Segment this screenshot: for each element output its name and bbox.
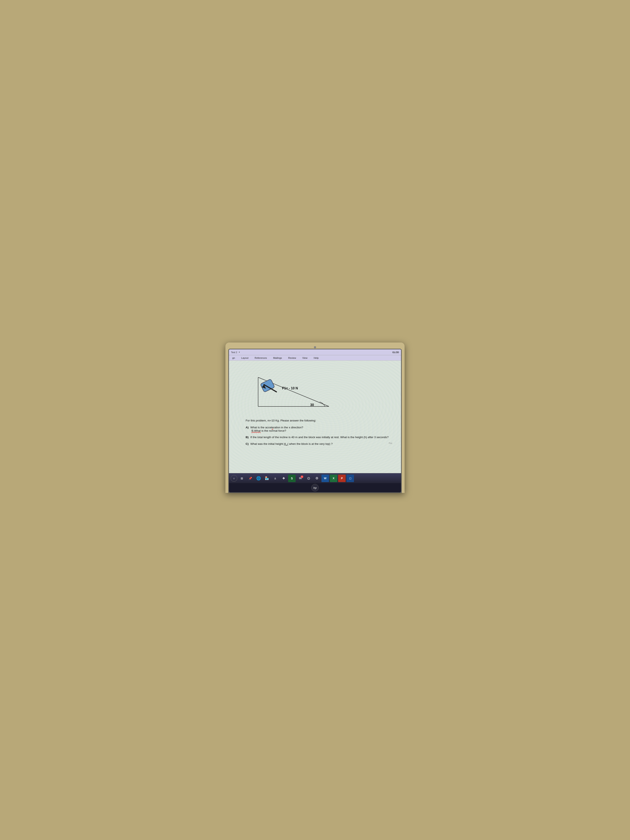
question-b-text: If the total length of the incline is 40…: [250, 436, 388, 439]
ppt-icon: P: [341, 477, 343, 480]
question-c-block: C) What was the initial height H_( when …: [246, 442, 395, 445]
font-button[interactable]: a: [272, 475, 279, 482]
title-bar: Test 2 ▾ GLOD: [229, 349, 401, 355]
chrome-button[interactable]: ⊙: [305, 475, 312, 482]
camera-dot: [314, 346, 316, 348]
taskbar: ○ ⊞ 📌 🌐 🏪 a ❖: [229, 473, 401, 483]
question-c-label: C): [246, 442, 248, 445]
svg-text:30: 30: [310, 403, 314, 407]
laptop-screen: Test 2 ▾ GLOD gn Layout References Maili…: [228, 349, 402, 493]
question-intro: For this problem, m=10 Kg. Please answer…: [246, 419, 395, 422]
pin-button[interactable]: 📌: [246, 475, 254, 482]
unknown-icon: ◻: [349, 477, 352, 480]
s-icon-button[interactable]: S: [288, 475, 295, 482]
mail-badge: 9: [301, 475, 303, 478]
doc-note: Foc: [389, 442, 392, 444]
unknown-button[interactable]: ◻: [346, 475, 354, 482]
question-a-text: What is the acceleration in the x direct…: [250, 426, 303, 429]
diagram-svg: F1= - 10 N 30: [246, 365, 333, 415]
chrome-icon: ⊙: [307, 476, 310, 481]
question-a-label: A): [246, 426, 248, 429]
ribbon-item-help[interactable]: Help: [313, 356, 320, 360]
ppt-button[interactable]: P: [338, 475, 346, 482]
settings-button[interactable]: ⚙: [313, 475, 321, 482]
ribbon-item-layout[interactable]: Layout: [240, 356, 249, 360]
taskview-button[interactable]: ⊞: [238, 475, 246, 482]
question-b-label: B): [246, 436, 248, 439]
edge-icon: 🌐: [256, 476, 261, 481]
hp-text: hp: [313, 486, 317, 489]
ribbon-item-gn[interactable]: gn: [232, 356, 236, 360]
edge-button[interactable]: 🌐: [255, 475, 262, 482]
word-icon: W: [324, 477, 327, 480]
start-button[interactable]: ○: [231, 475, 237, 482]
gear-icon: ⚙: [316, 476, 318, 480]
store-button[interactable]: 🏪: [263, 475, 271, 482]
ribbon-item-review[interactable]: Review: [287, 356, 297, 360]
svg-text:F1= - 10 N: F1= - 10 N: [282, 387, 298, 390]
excel-button[interactable]: X: [330, 475, 337, 482]
store-icon: 🏪: [265, 476, 269, 480]
ribbon-item-mailings[interactable]: Mailings: [272, 356, 283, 360]
ribbon-item-view[interactable]: View: [302, 356, 308, 360]
start-icon: ○: [233, 477, 235, 480]
ribbon: gn Layout References Mailings Review Vie…: [229, 355, 401, 361]
pin-icon: 📌: [248, 477, 252, 480]
hp-logo-bar: hp: [229, 483, 401, 492]
doc-content: F1= - 10 N 30 For this problem, m=10 Kg.…: [246, 365, 395, 445]
title-bar-right: GLOD: [392, 351, 399, 354]
document-area: F1= - 10 N 30 For this problem, m=10 Kg.…: [229, 361, 401, 473]
question-a-sub: B.What is the normal force?: [251, 429, 395, 432]
svg-rect-3: [260, 379, 275, 392]
question-a-block: A) What is the acceleration in the x dir…: [246, 425, 395, 432]
dropbox-icon: ❖: [282, 477, 285, 480]
word-button[interactable]: W: [322, 475, 329, 482]
font-icon: a: [275, 477, 276, 480]
ribbon-item-references[interactable]: References: [254, 356, 268, 360]
physics-diagram: F1= - 10 N 30: [246, 365, 333, 415]
question-b-block: B) If the total length of the incline is…: [246, 435, 395, 439]
question-c-text: What was the initial height H_( when the…: [250, 442, 333, 445]
mail-button[interactable]: ✉ 9: [297, 475, 304, 482]
dropbox-button[interactable]: ❖: [280, 475, 287, 482]
taskview-icon: ⊞: [241, 477, 243, 480]
document-title: Test 2: [231, 351, 237, 354]
s-icon: S: [291, 477, 293, 480]
excel-icon: X: [333, 477, 335, 480]
hp-logo: hp: [311, 484, 319, 491]
